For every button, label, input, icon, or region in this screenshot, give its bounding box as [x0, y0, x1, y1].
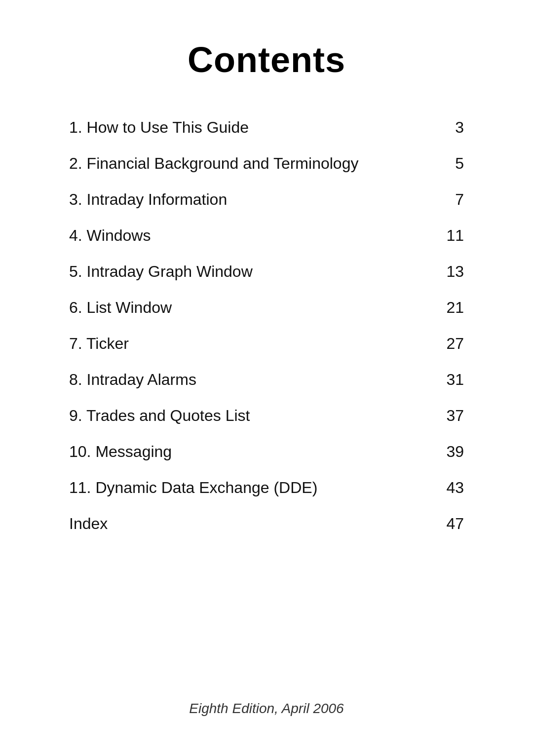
toc-page: 27 — [444, 335, 464, 353]
toc-page: 21 — [444, 299, 464, 317]
toc-label: 6. List Window — [69, 299, 172, 317]
toc-row: Index47 — [69, 506, 464, 542]
toc-page: 39 — [444, 443, 464, 461]
toc-row: 2. Financial Background and Terminology5 — [69, 146, 464, 182]
toc-label: 4. Windows — [69, 227, 151, 245]
toc-page: 5 — [444, 154, 464, 173]
toc-row: 11. Dynamic Data Exchange (DDE)43 — [69, 470, 464, 506]
toc-row: 9. Trades and Quotes List37 — [69, 398, 464, 434]
toc-page: 11 — [444, 227, 464, 245]
toc-label: 11. Dynamic Data Exchange (DDE) — [69, 479, 317, 497]
toc-label: 2. Financial Background and Terminology — [69, 154, 358, 173]
toc-label: 8. Intraday Alarms — [69, 371, 196, 389]
toc-container: 1. How to Use This Guide32. Financial Ba… — [69, 110, 464, 542]
toc-label: 7. Ticker — [69, 335, 129, 353]
toc-page: 31 — [444, 371, 464, 389]
toc-page: 37 — [444, 407, 464, 425]
toc-row: 4. Windows11 — [69, 218, 464, 254]
toc-row: 5. Intraday Graph Window13 — [69, 254, 464, 290]
toc-page: 43 — [444, 479, 464, 497]
toc-row: 3. Intraday Information7 — [69, 182, 464, 218]
toc-row: 8. Intraday Alarms31 — [69, 362, 464, 398]
toc-label: 10. Messaging — [69, 443, 172, 461]
toc-page: 3 — [444, 118, 464, 137]
toc-row: 10. Messaging39 — [69, 434, 464, 470]
toc-page: 7 — [444, 190, 464, 209]
toc-label: 9. Trades and Quotes List — [69, 407, 250, 425]
toc-row: 1. How to Use This Guide3 — [69, 110, 464, 146]
toc-row: 6. List Window21 — [69, 290, 464, 326]
toc-row: 7. Ticker27 — [69, 326, 464, 362]
footer-edition: Eighth Edition, April 2006 — [189, 671, 343, 717]
toc-label: Index — [69, 515, 108, 533]
toc-label: 5. Intraday Graph Window — [69, 263, 253, 281]
toc-page: 47 — [444, 515, 464, 533]
toc-label: 3. Intraday Information — [69, 190, 227, 209]
toc-label: 1. How to Use This Guide — [69, 118, 249, 137]
toc-page: 13 — [444, 263, 464, 281]
page-title: Contents — [188, 39, 345, 80]
page: Contents 1. How to Use This Guide32. Fin… — [0, 0, 533, 756]
